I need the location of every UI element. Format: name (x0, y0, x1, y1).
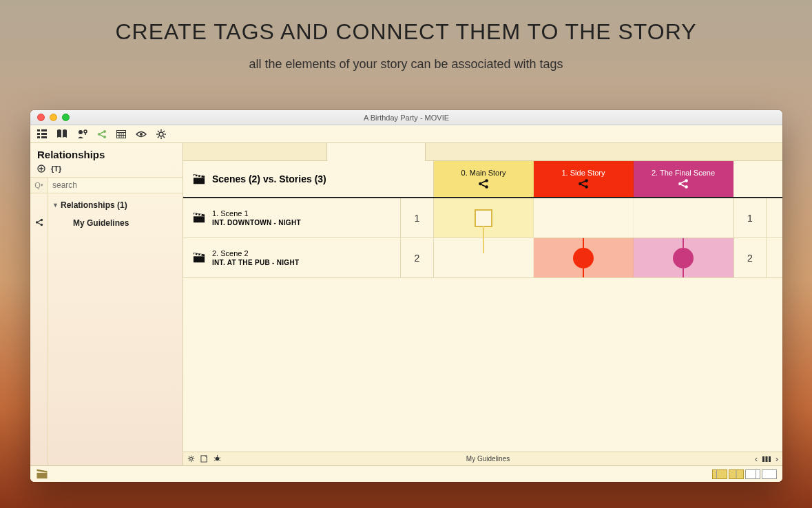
svg-point-54 (685, 179, 688, 182)
layout-full-button[interactable] (762, 469, 777, 479)
svg-point-34 (40, 219, 42, 221)
gear-icon[interactable] (156, 129, 166, 139)
svg-point-35 (40, 224, 42, 226)
svg-rect-4 (37, 136, 40, 138)
svg-rect-2 (37, 133, 40, 135)
window-title: A Birthday Party - MOVIE (364, 114, 449, 122)
bottom-bar (30, 465, 782, 482)
scene-cell[interactable]: 2. Scene 2 INT. AT THE PUB - NIGHT (183, 238, 401, 277)
share-small-icon[interactable] (35, 218, 43, 226)
svg-rect-3 (41, 133, 47, 135)
template-icon[interactable]: {T} (51, 165, 61, 173)
svg-rect-58 (194, 217, 205, 223)
scene-slug: INT. AT THE PUB - NIGHT (212, 259, 299, 266)
gear-small-icon[interactable] (187, 455, 195, 463)
sidebar: Relationships {T} Q▾ ▼ (30, 143, 183, 465)
outline-icon[interactable] (37, 129, 47, 138)
note-icon[interactable] (200, 455, 208, 463)
svg-line-76 (189, 461, 189, 461)
window-minimize-button[interactable] (50, 114, 57, 121)
svg-rect-5 (41, 136, 47, 138)
status-bar: My Guidelines ‹ › (183, 452, 782, 465)
svg-rect-87 (37, 473, 48, 478)
svg-line-37 (37, 223, 40, 224)
column-header-2-label: 2. The Final Scene (652, 169, 715, 177)
svg-line-46 (481, 181, 486, 183)
svg-line-36 (37, 220, 40, 222)
titlebar: A Birthday Party - MOVIE (30, 110, 782, 125)
svg-point-50 (585, 185, 588, 189)
scene-slug: INT. DOWNTOWN - NIGHT (212, 219, 301, 226)
svg-point-6 (79, 130, 83, 134)
svg-rect-0 (37, 129, 40, 131)
active-tab[interactable] (326, 143, 426, 161)
sidebar-title: Relationships (30, 143, 183, 165)
svg-line-26 (158, 131, 159, 132)
svg-point-21 (159, 132, 163, 136)
column-header-0[interactable]: 0. Main Story (434, 161, 534, 197)
svg-rect-1 (41, 129, 47, 131)
svg-line-52 (581, 184, 585, 187)
svg-rect-86 (769, 456, 771, 462)
column-header-2[interactable]: 2. The Final Scene (634, 161, 733, 197)
row-number-right: 1 (733, 198, 767, 237)
svg-line-51 (581, 181, 585, 183)
matrix-cell[interactable] (634, 238, 733, 277)
calendar-icon[interactable] (116, 129, 126, 138)
tree-child-label: My Guidelines (73, 218, 129, 228)
search-scope-button[interactable]: Q▾ (30, 178, 48, 193)
tree-root-item[interactable]: ▼ Relationships (1) (48, 196, 183, 214)
matrix-row: 1. Scene 1 INT. DOWNTOWN - NIGHT 1 1 (183, 198, 782, 238)
bug-icon[interactable] (214, 455, 221, 463)
sidebar-tree: ▼ Relationships (1) My Guidelines (30, 193, 183, 465)
matrix-cell[interactable] (434, 198, 534, 237)
app-window: A Birthday Party - MOVIE Relationships (30, 110, 782, 482)
matrix-cell[interactable] (634, 198, 733, 237)
search-input[interactable] (48, 178, 183, 193)
tree-child-item[interactable]: My Guidelines (48, 214, 183, 232)
columns-icon[interactable] (762, 456, 771, 463)
tag-marker-dot[interactable] (673, 248, 694, 268)
add-button[interactable] (37, 165, 45, 173)
scene-cell[interactable]: 1. Scene 1 INT. DOWNTOWN - NIGHT (183, 198, 401, 237)
person-tag-icon[interactable] (77, 129, 87, 139)
matrix-cell[interactable] (534, 238, 634, 277)
row-number-left: 2 (401, 238, 434, 277)
row-number-right: 2 (733, 238, 767, 277)
layout-right-button[interactable] (745, 469, 760, 479)
main-area: Scenes (2) vs. Stories (3) 0. Main Story… (183, 143, 782, 465)
svg-line-80 (214, 458, 216, 458)
scene-title: 2. Scene 2 (212, 249, 299, 257)
column-header-1-label: 1. Side Story (562, 169, 605, 177)
tag-marker-square[interactable] (475, 209, 492, 227)
matrix-cell[interactable] (434, 238, 534, 277)
hero-title: CREATE TAGS AND CONNECT THEM TO THE STOR… (0, 19, 812, 45)
svg-line-82 (214, 460, 216, 461)
disclosure-triangle-icon[interactable]: ▼ (52, 202, 59, 209)
svg-line-83 (219, 460, 220, 461)
prev-button[interactable]: ‹ (755, 454, 758, 464)
clapper-icon (193, 212, 205, 223)
tag-marker-dot[interactable] (573, 248, 594, 268)
next-button[interactable]: › (775, 454, 778, 464)
svg-point-20 (140, 133, 143, 136)
matrix-cell[interactable] (534, 198, 634, 237)
column-header-1[interactable]: 1. Side Story (534, 161, 634, 197)
svg-marker-88 (37, 469, 48, 473)
eye-icon[interactable] (136, 131, 147, 138)
layout-left-button[interactable] (712, 469, 727, 479)
window-close-button[interactable] (37, 114, 45, 121)
svg-rect-84 (762, 456, 764, 462)
column-header-0-label: 0. Main Story (461, 169, 506, 177)
share-icon[interactable] (97, 129, 107, 139)
svg-point-45 (485, 185, 488, 189)
matrix-row: 2. Scene 2 INT. AT THE PUB - NIGHT 2 2 (183, 238, 782, 278)
svg-line-13 (101, 135, 104, 137)
tab-strip[interactable] (183, 143, 782, 161)
svg-line-75 (193, 456, 194, 457)
window-zoom-button[interactable] (62, 114, 70, 121)
svg-line-29 (158, 136, 159, 138)
layout-split-button[interactable] (729, 469, 744, 479)
book-icon[interactable] (56, 129, 67, 138)
clapper-small-icon[interactable] (36, 469, 48, 479)
